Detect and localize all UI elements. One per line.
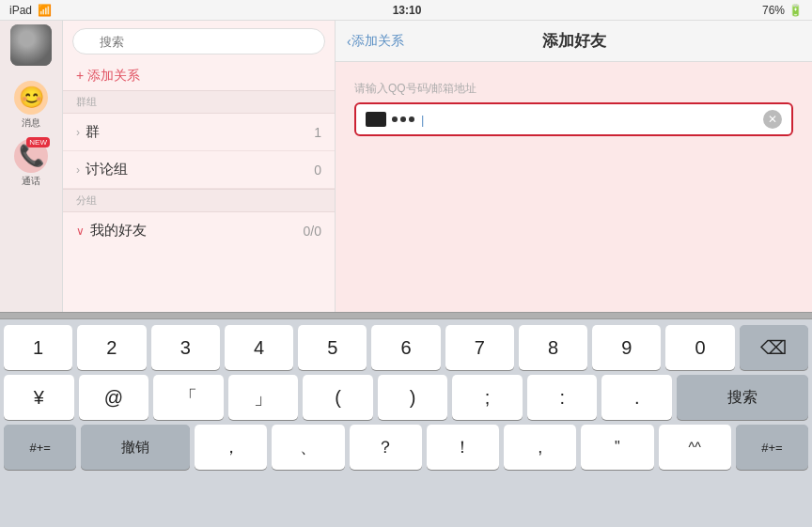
key-question-cn[interactable]: ？ (350, 425, 422, 470)
key-bracket-r[interactable]: 」 (228, 375, 299, 420)
sidebar-icons: 😊 消息 📞 NEW 通话 (8, 77, 55, 192)
messages-icon: 😊 (14, 81, 48, 115)
key-colon[interactable]: : (527, 375, 598, 420)
search-input[interactable] (72, 28, 325, 54)
key-3[interactable]: 3 (151, 325, 220, 370)
discuss-item[interactable]: › 讨论组 0 (63, 151, 335, 189)
key-paren-l[interactable]: ( (303, 375, 373, 420)
keyboard-row-3: #+= 撤销 ， 、 ？ ！ , " ^^ #+= (4, 425, 808, 470)
sidebar-item-calls[interactable]: 📞 NEW 通话 (8, 135, 55, 192)
add-friend-panel: ‹ 添加关系 添加好友 请输入QQ号码/邮箱地址 | ✕ (336, 21, 812, 312)
key-bracket-l[interactable]: 「 (153, 375, 224, 420)
friends-section-header: 分组 (63, 189, 335, 212)
dot3 (409, 116, 414, 122)
status-time: 13:10 (393, 4, 422, 17)
back-button[interactable]: ‹ 添加关系 (347, 33, 404, 50)
clear-button[interactable]: ✕ (763, 110, 782, 129)
key-backspace[interactable]: ⌫ (740, 325, 808, 370)
back-label: 添加关系 (351, 33, 404, 50)
calls-label: 通话 (22, 175, 40, 188)
sidebar: 😊 消息 📞 NEW 通话 (0, 21, 63, 312)
add-contacts-button[interactable]: + 添加关系 (63, 62, 335, 90)
status-right: 76% 🔋 (762, 4, 803, 17)
search-container: 🔍 (72, 28, 325, 54)
key-undo[interactable]: 撤销 (81, 425, 190, 470)
keyboard-separator (0, 312, 812, 319)
contacts-panel: 🔍 + 添加关系 群组 › 群 1 › 讨论组 0 分组 ∨ 我的好友 0/0 (63, 21, 336, 312)
key-pause-cn[interactable]: 、 (272, 425, 344, 470)
key-2[interactable]: 2 (77, 325, 146, 370)
groups-section-label: 群组 (76, 96, 97, 107)
main-content: 😊 消息 📞 NEW 通话 🔍 + 添加关系 群组 (0, 21, 812, 312)
status-left: iPad 📶 (9, 4, 52, 17)
friends-section-label: 分组 (76, 194, 97, 206)
key-paren-r[interactable]: ) (378, 375, 448, 420)
key-7[interactable]: 7 (445, 325, 514, 370)
messages-label: 消息 (22, 116, 40, 130)
ipad-label: iPad (9, 4, 32, 17)
input-dots: | (392, 113, 763, 127)
key-exclaim-cn[interactable]: ！ (427, 425, 499, 470)
search-bar: 🔍 (63, 21, 335, 62)
wifi-icon: 📶 (38, 4, 52, 17)
input-hint: 请输入QQ号码/邮箱地址 (354, 81, 793, 97)
add-friend-body: 请输入QQ号码/邮箱地址 | ✕ (336, 62, 812, 155)
avatar-image (10, 24, 52, 66)
key-hash-plus2[interactable]: #+= (736, 425, 808, 470)
keyboard: 1 2 3 4 5 6 7 8 9 0 ⌫ ¥ @ 「 」 ( ) ; : . … (0, 319, 812, 527)
avatar (10, 24, 52, 66)
key-at[interactable]: @ (79, 375, 149, 420)
discuss-count: 0 (314, 163, 321, 178)
keyboard-row-1: 1 2 3 4 5 6 7 8 9 0 ⌫ (4, 325, 808, 370)
group-count: 1 (314, 125, 321, 140)
key-9[interactable]: 9 (592, 325, 661, 370)
battery-icon: 🔋 (789, 4, 803, 17)
add-contacts-label: + 添加关系 (76, 68, 140, 85)
key-caret[interactable]: ^^ (659, 425, 731, 470)
key-5[interactable]: 5 (298, 325, 367, 370)
discuss-label: 讨论组 (86, 161, 314, 178)
typed-partial: | (421, 113, 424, 127)
key-6[interactable]: 6 (371, 325, 440, 370)
key-8[interactable]: 8 (519, 325, 587, 370)
my-friends-label: 我的好友 (90, 222, 304, 240)
key-4[interactable]: 4 (225, 325, 293, 370)
key-hash-plus[interactable]: #+= (4, 425, 76, 470)
status-bar: iPad 📶 13:10 76% 🔋 (0, 0, 812, 21)
my-friends-count: 0/0 (304, 224, 321, 239)
calls-icon: 📞 NEW (14, 139, 48, 173)
chevron-down-icon: ∨ (76, 225, 85, 238)
chevron-right-icon: › (76, 126, 80, 139)
group-name-label: 群 (86, 123, 314, 141)
keyboard-row-2: ¥ @ 「 」 ( ) ; : . 搜索 (4, 375, 808, 420)
sidebar-item-messages[interactable]: 😊 消息 (8, 77, 55, 133)
dot2 (400, 116, 406, 122)
add-friend-header: ‹ 添加关系 添加好友 (336, 21, 812, 62)
key-quote[interactable]: " (581, 425, 653, 470)
my-friends-item[interactable]: ∨ 我的好友 0/0 (63, 212, 335, 249)
battery-label: 76% (762, 4, 785, 17)
key-semicolon[interactable]: ; (452, 375, 523, 420)
key-comma-en[interactable]: , (504, 425, 576, 470)
key-yen[interactable]: ¥ (4, 375, 74, 420)
input-prefix-block (366, 112, 386, 127)
dot1 (392, 116, 398, 122)
key-0[interactable]: 0 (665, 325, 734, 370)
key-search[interactable]: 搜索 (677, 375, 808, 420)
chevron-right-icon2: › (76, 163, 80, 177)
key-comma-cn[interactable]: ， (195, 425, 267, 470)
panel-title: 添加好友 (542, 30, 606, 52)
groups-section-header: 群组 (63, 90, 335, 114)
key-1[interactable]: 1 (4, 325, 72, 370)
search-field-container[interactable]: | ✕ (354, 102, 793, 136)
key-period[interactable]: . (601, 375, 672, 420)
group-item[interactable]: › 群 1 (63, 114, 335, 151)
